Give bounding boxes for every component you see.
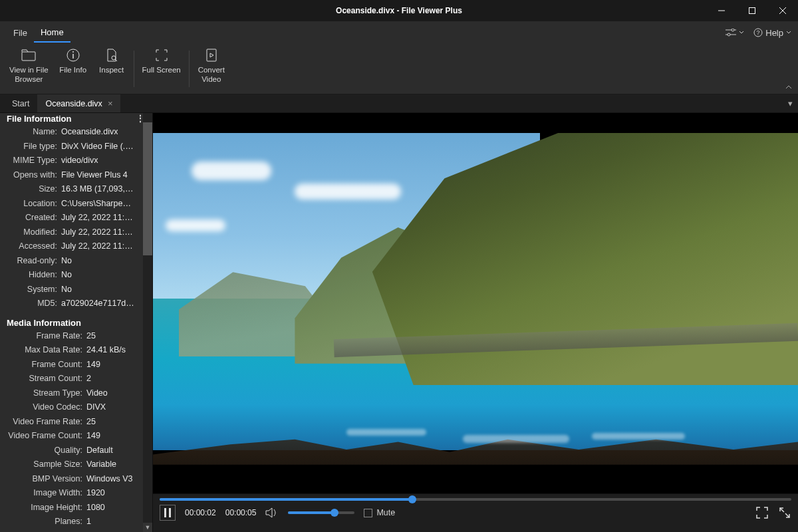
svg-line-21 xyxy=(780,508,784,512)
tab-label: Oceanside.divx xyxy=(45,99,102,108)
info-row: Image Height:1080 xyxy=(0,501,143,515)
expand-player-button[interactable] xyxy=(778,506,791,519)
info-row: Quality:Default xyxy=(0,444,143,458)
workspace: ▲ ▼ File Information ⋮ Name:Oceanside.di… xyxy=(0,113,798,532)
info-sidebar: ▲ ▼ File Information ⋮ Name:Oceanside.di… xyxy=(0,113,153,532)
file-info-header: File Information ⋮ xyxy=(0,113,152,124)
mute-checkbox[interactable]: Mute xyxy=(364,508,395,517)
svg-marker-20 xyxy=(266,508,272,517)
svg-point-7 xyxy=(728,33,730,36)
pause-button[interactable] xyxy=(160,505,176,521)
info-icon xyxy=(66,48,80,63)
menu-file[interactable]: File xyxy=(7,24,34,42)
ribbon-label: View in File Browser xyxy=(9,65,49,84)
separator xyxy=(134,51,134,87)
svg-rect-10 xyxy=(22,52,35,61)
ribbon-label: Convert Video xyxy=(198,65,225,84)
convert-video-button[interactable]: Convert Video xyxy=(192,44,231,94)
convert-icon xyxy=(205,48,218,63)
ribbon-label: Inspect xyxy=(99,65,124,74)
svg-marker-17 xyxy=(210,53,213,57)
help-button[interactable]: ? Help xyxy=(753,28,791,38)
seek-slider[interactable] xyxy=(160,498,791,501)
pause-icon xyxy=(164,508,172,517)
settings-icon[interactable] xyxy=(726,29,744,37)
close-tab-icon[interactable]: × xyxy=(108,98,113,108)
info-row: Modified:July 22, 2022 11:51 ... xyxy=(0,225,143,240)
document-search-icon xyxy=(105,48,118,63)
collapse-ribbon-button[interactable] xyxy=(785,83,793,91)
ribbon-label: Full Screen xyxy=(142,65,181,74)
info-row: Accessed:July 22, 2022 11:52 ... xyxy=(0,239,143,254)
full-screen-button[interactable]: Full Screen xyxy=(137,44,186,94)
scrollbar-thumb[interactable] xyxy=(143,122,152,255)
info-row: MD5:a7029024e7117dfdd... xyxy=(0,297,143,311)
tab-label: Start xyxy=(12,99,29,108)
info-row: Video Frame Rate:25 xyxy=(0,415,143,430)
info-row: Video Frame Count:149 xyxy=(0,429,143,444)
ribbon-toolbar: View in File Browser File Info Inspect F… xyxy=(0,44,798,94)
info-row: Location:C:\Users\Sharpene... xyxy=(0,197,143,211)
info-row: Size:16.3 MB (17,093,268 ... xyxy=(0,182,143,197)
fullscreen-player-button[interactable] xyxy=(755,506,769,519)
volume-icon[interactable] xyxy=(265,507,279,519)
svg-rect-19 xyxy=(169,508,171,517)
info-row: Sample Size:Variable xyxy=(0,458,143,472)
menu-home[interactable]: Home xyxy=(34,23,70,43)
mute-label: Mute xyxy=(376,508,395,517)
info-row: Frame Count:149 xyxy=(0,358,143,372)
window-title: Oceanside.divx - File Viewer Plus xyxy=(336,6,462,15)
window-controls xyxy=(706,0,798,21)
svg-rect-1 xyxy=(749,8,755,14)
info-row: Stream Count:2 xyxy=(0,372,143,386)
media-info-header: Media Information xyxy=(0,318,152,328)
video-viewer: 00:00:02 00:00:05 Mute xyxy=(153,113,798,532)
svg-rect-16 xyxy=(207,49,216,61)
help-label: Help xyxy=(765,28,783,38)
svg-text:?: ? xyxy=(757,29,760,36)
svg-point-5 xyxy=(732,29,734,31)
separator xyxy=(189,51,190,87)
info-row: MIME Type:video/divx xyxy=(0,154,143,168)
info-row: Created:July 22, 2022 11:52 ... xyxy=(0,211,143,225)
info-row: Max Data Rate:24.41 kB/s xyxy=(0,343,143,358)
folder-icon xyxy=(21,48,36,63)
info-row: Read-only:No xyxy=(0,254,143,269)
player-controls: 00:00:02 00:00:05 Mute xyxy=(153,493,798,532)
svg-rect-18 xyxy=(164,508,166,517)
video-canvas[interactable] xyxy=(153,113,798,493)
panel-title: File Information xyxy=(7,114,72,124)
ribbon-label: File Info xyxy=(59,65,86,74)
inspect-button[interactable]: Inspect xyxy=(92,44,131,94)
info-row: Hidden:No xyxy=(0,268,143,283)
tab-start[interactable]: Start xyxy=(4,94,37,112)
svg-point-12 xyxy=(72,51,74,53)
svg-line-22 xyxy=(785,513,789,517)
tab-oceanside[interactable]: Oceanside.divx × xyxy=(37,94,120,112)
view-in-file-browser-button[interactable]: View in File Browser xyxy=(4,44,54,94)
info-row: Video Codec:DIVX xyxy=(0,400,143,415)
title-bar: Oceanside.divx - File Viewer Plus xyxy=(0,0,798,21)
fullscreen-icon xyxy=(156,48,168,63)
maximize-button[interactable] xyxy=(737,0,767,21)
info-row: Planes:1 xyxy=(0,515,143,529)
minimize-button[interactable] xyxy=(706,0,737,21)
info-row: System:No xyxy=(0,283,143,297)
info-row: Name:Oceanside.divx xyxy=(0,125,143,140)
panel-title: Media Information xyxy=(7,318,81,328)
checkbox-box xyxy=(364,509,372,517)
tab-dropdown-button[interactable]: ▾ xyxy=(788,98,793,108)
info-row: BMP Version:Windows V3 xyxy=(0,472,143,487)
info-row: Stream Type:Video xyxy=(0,386,143,401)
document-tabs: Start Oceanside.divx × ▾ xyxy=(0,94,798,113)
info-row: Image Width:1920 xyxy=(0,486,143,501)
elapsed-time: 00:00:02 xyxy=(185,508,216,517)
volume-slider[interactable] xyxy=(288,511,354,514)
scroll-down-button[interactable]: ▼ xyxy=(143,523,152,532)
info-row: Bit Depth:24 xyxy=(0,529,143,533)
info-row: File type:DivX Video File (.divx) xyxy=(0,140,143,154)
close-button[interactable] xyxy=(767,0,798,21)
info-row: Frame Rate:25 xyxy=(0,329,143,344)
file-info-button[interactable]: File Info xyxy=(54,44,92,94)
info-row: Opens with:File Viewer Plus 4 xyxy=(0,168,143,183)
